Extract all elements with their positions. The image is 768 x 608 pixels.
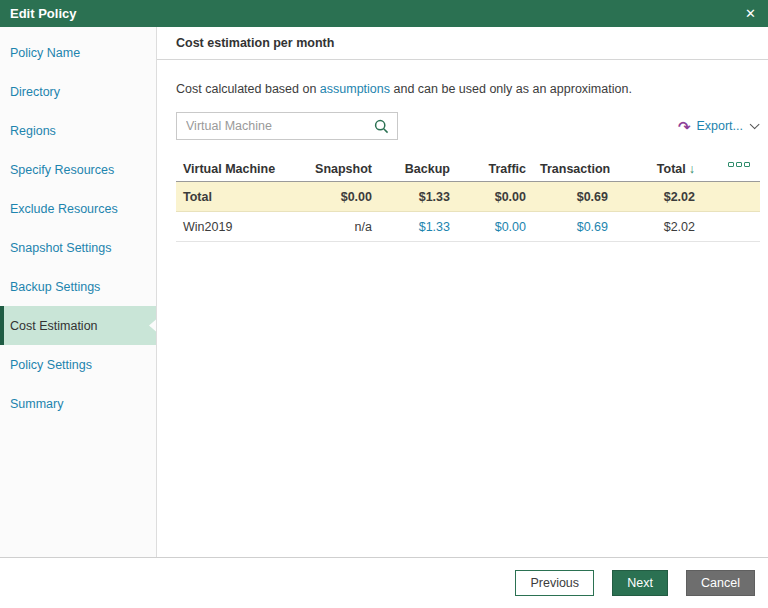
sidebar-item-label: Exclude Resources	[10, 202, 118, 216]
sidebar-item-label: Summary	[10, 397, 63, 411]
search-icon[interactable]	[374, 119, 389, 134]
cell-transaction: $0.69	[540, 190, 622, 204]
cell-transaction-link[interactable]: $0.69	[540, 220, 622, 234]
column-header-backup[interactable]: Backup	[386, 162, 464, 176]
description-text: Cost calculated based on	[176, 82, 320, 96]
section-header: Cost estimation per month	[157, 27, 768, 60]
table-header-row: Virtual Machine Snapshot Backup Traffic …	[176, 156, 760, 182]
main-panel: Cost estimation per month Cost calculate…	[157, 27, 768, 557]
cell-backup: $1.33	[386, 190, 464, 204]
sidebar-item-regions[interactable]: Regions	[0, 111, 156, 150]
previous-button[interactable]: Previous	[515, 570, 594, 596]
sidebar-item-label: Directory	[10, 85, 60, 99]
close-icon[interactable]: ✕	[745, 7, 756, 20]
cell-backup-link[interactable]: $1.33	[386, 220, 464, 234]
sidebar-item-label: Backup Settings	[10, 280, 100, 294]
dialog-footer: Previous Next Cancel	[0, 557, 768, 608]
sort-descending-icon: ↓	[689, 162, 695, 176]
table-toolbar: ↷ Export...	[176, 112, 760, 140]
dialog-body: Policy Name Directory Regions Specify Re…	[0, 27, 768, 557]
cell-snapshot: n/a	[306, 220, 386, 234]
column-header-snapshot[interactable]: Snapshot	[306, 162, 386, 176]
next-button[interactable]: Next	[612, 570, 668, 596]
cell-total: $2.02	[622, 190, 709, 204]
sidebar-item-label: Regions	[10, 124, 56, 138]
export-menu-button[interactable]: ↷ Export...	[678, 119, 756, 134]
sidebar-item-label: Policy Settings	[10, 358, 92, 372]
column-header-label: Virtual Machine	[183, 162, 275, 176]
cancel-button[interactable]: Cancel	[686, 570, 755, 596]
sidebar-item-policy-settings[interactable]: Policy Settings	[0, 345, 156, 384]
column-header-label: Backup	[405, 162, 450, 176]
column-header-virtual-machine[interactable]: Virtual Machine	[176, 162, 306, 176]
cost-table: Virtual Machine Snapshot Backup Traffic …	[176, 156, 760, 242]
column-header-label: Snapshot	[315, 162, 372, 176]
export-label: Export...	[696, 119, 743, 133]
column-chooser-icon[interactable]	[728, 162, 750, 167]
table-row-win2019[interactable]: Win2019 n/a $1.33 $0.00 $0.69 $2.02	[176, 212, 760, 242]
column-header-traffic[interactable]: Traffic	[464, 162, 540, 176]
dialog-title: Edit Policy	[10, 6, 76, 21]
sidebar-item-backup-settings[interactable]: Backup Settings	[0, 267, 156, 306]
vm-search-box	[176, 112, 398, 140]
sidebar-item-label: Cost Estimation	[10, 319, 98, 333]
column-header-label: Traffic	[488, 162, 526, 176]
vm-search-input[interactable]	[177, 119, 374, 133]
sidebar-item-exclude-resources[interactable]: Exclude Resources	[0, 189, 156, 228]
column-header-label: Total	[657, 162, 686, 176]
cell-total: $2.02	[622, 220, 709, 234]
dialog-titlebar: Edit Policy ✕	[0, 0, 768, 27]
wizard-steps-sidebar: Policy Name Directory Regions Specify Re…	[0, 27, 157, 557]
sidebar-item-cost-estimation[interactable]: Cost Estimation	[0, 306, 156, 345]
column-header-label: Transaction	[540, 162, 610, 176]
section-content: Cost calculated based on assumptions and…	[157, 82, 768, 242]
sidebar-item-label: Snapshot Settings	[10, 241, 111, 255]
column-header-transaction[interactable]: Transaction	[540, 162, 622, 176]
section-title: Cost estimation per month	[176, 36, 334, 50]
column-header-total[interactable]: Total↓	[622, 162, 709, 176]
table-row-total[interactable]: Total $0.00 $1.33 $0.00 $0.69 $2.02	[176, 182, 760, 212]
cell-snapshot: $0.00	[306, 190, 386, 204]
sidebar-item-summary[interactable]: Summary	[0, 384, 156, 423]
sidebar-item-label: Specify Resources	[10, 163, 114, 177]
description-text: and can be used only as an approximation…	[390, 82, 632, 96]
assumptions-link[interactable]: assumptions	[320, 82, 390, 96]
sidebar-item-snapshot-settings[interactable]: Snapshot Settings	[0, 228, 156, 267]
sidebar-item-policy-name[interactable]: Policy Name	[0, 33, 156, 72]
cost-description: Cost calculated based on assumptions and…	[176, 82, 760, 96]
sidebar-item-specify-resources[interactable]: Specify Resources	[0, 150, 156, 189]
export-icon: ↷	[678, 119, 691, 134]
cell-name: Total	[176, 190, 306, 204]
cell-traffic: $0.00	[464, 190, 540, 204]
chevron-down-icon	[750, 119, 760, 129]
cell-traffic-link[interactable]: $0.00	[464, 220, 540, 234]
sidebar-item-directory[interactable]: Directory	[0, 72, 156, 111]
cell-name: Win2019	[176, 220, 306, 234]
sidebar-item-label: Policy Name	[10, 46, 80, 60]
